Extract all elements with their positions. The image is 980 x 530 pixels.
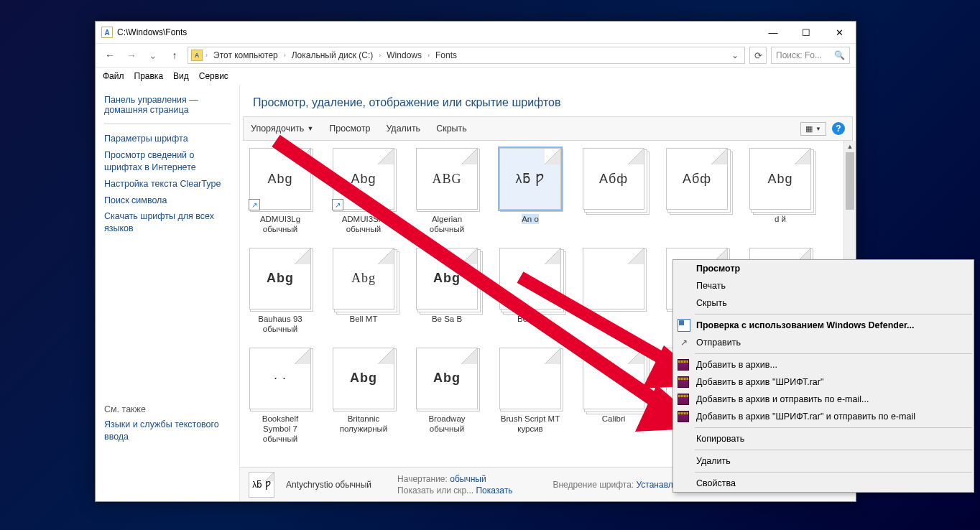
share-icon [678, 336, 690, 349]
menu-view[interactable]: Вид [173, 71, 189, 81]
minimize-button[interactable]: — [757, 22, 790, 43]
font-item[interactable]: Абф [581, 148, 647, 235]
view-options-button[interactable]: ▦ ▼ [800, 122, 826, 136]
context-menu-item[interactable]: Добавить в архив и отправить по e-mail..… [673, 391, 974, 408]
font-item[interactable]: Абф [664, 148, 730, 235]
search-input[interactable]: Поиск: Fo... 🔍 [771, 47, 850, 64]
breadcrumb[interactable]: Этот компьютер [211, 49, 281, 62]
context-menu-item[interactable]: Добавить в архив... [673, 356, 974, 373]
font-item[interactable]: AbgBritannic полужирный [330, 348, 397, 445]
font-item[interactable] [581, 248, 647, 335]
font-item[interactable]: AbgBell MT [330, 248, 397, 335]
breadcrumb[interactable]: Локальный диск (C:) [289, 49, 376, 62]
breadcrumb[interactable]: Windows [384, 49, 425, 62]
hide-button[interactable]: Скрыть [436, 124, 467, 134]
font-thumb: ABG [416, 148, 478, 210]
font-label: Bauhaus 93 обычный [247, 314, 313, 335]
font-item[interactable]: AbgBroadway обычный [414, 348, 480, 445]
menu-separator [695, 450, 972, 450]
context-menu-item[interactable]: Добавить в архив "ШРИФТ.rar" и отправить… [673, 408, 974, 425]
breadcrumb[interactable]: Fonts [433, 49, 460, 62]
font-label: Brush Script MT курсив [497, 414, 563, 434]
search-icon: 🔍 [834, 50, 845, 60]
window-title: C:\Windows\Fonts [117, 27, 187, 37]
refresh-button[interactable]: ⟳ [749, 47, 767, 64]
font-item[interactable]: Abg↗ADMUI3Lg обычный [247, 148, 313, 235]
font-thumb: Abg↗ [333, 148, 394, 210]
sidebar-link[interactable]: Языки и службы текстового ввода [104, 419, 231, 443]
font-item[interactable]: AbgBe Sa B [414, 248, 480, 335]
font-item[interactable]: λƃ ǷAn о [497, 148, 563, 235]
chevron-right-icon: › [427, 52, 430, 59]
context-menu: ПросмотрПечатьСкрытьПроверка с использов… [672, 259, 974, 493]
scroll-thumb[interactable] [846, 152, 854, 210]
font-thumb [583, 348, 644, 409]
font-thumb: Abg [416, 348, 478, 409]
sidebar: Панель управления — домашняя страница Па… [96, 85, 239, 501]
nav-recent-dropdown[interactable]: ⌄ [144, 47, 162, 64]
chevron-right-icon: › [379, 52, 381, 59]
context-menu-item[interactable]: Скрыть [673, 294, 974, 312]
context-menu-item[interactable]: Просмотр [673, 260, 974, 277]
font-label: Britannic полужирный [330, 414, 397, 434]
context-menu-item[interactable]: Отправить [673, 334, 974, 351]
font-label: Calibri [602, 414, 626, 424]
font-item[interactable]: Abgd й [747, 148, 813, 235]
menu-separator [695, 314, 972, 315]
explorer-window: A C:\Windows\Fonts — ☐ ✕ ← → ⌄ ↑ A › Это… [95, 21, 856, 502]
context-menu-item[interactable]: Проверка с использованием Windows Defend… [673, 317, 974, 334]
context-menu-item[interactable]: Свойства [673, 475, 974, 492]
font-label: Be упл [517, 314, 543, 324]
sidebar-link[interactable]: Поиск символа [104, 195, 231, 207]
window-icon: A [101, 27, 113, 38]
main-panel: Просмотр, удаление, отображение или скры… [239, 85, 856, 501]
font-item[interactable]: ABGAlgerian обычный [414, 148, 480, 235]
font-item[interactable]: Be упл [497, 248, 563, 335]
rar-icon [678, 411, 689, 422]
chevron-right-icon: › [205, 52, 208, 59]
font-thumb: Абф [666, 148, 728, 210]
scroll-up-icon[interactable]: ▲ [844, 141, 856, 152]
sidebar-link[interactable]: Настройка текста ClearType [104, 178, 231, 190]
see-also-header: См. также [104, 404, 231, 414]
address-bar[interactable]: A › Этот компьютер › Локальный диск (C:)… [188, 47, 745, 64]
preview-button[interactable]: Просмотр [329, 124, 370, 134]
sidebar-link[interactable]: Скачать шрифты для всех языков [104, 210, 231, 235]
sidebar-header[interactable]: Панель управления — домашняя страница [104, 95, 231, 115]
help-icon[interactable]: ? [832, 122, 845, 135]
menu-tools[interactable]: Сервис [199, 71, 228, 81]
organize-button[interactable]: Упорядочить ▼ [251, 124, 313, 134]
close-button[interactable]: ✕ [823, 22, 856, 43]
font-thumb: λƃ Ƿ [499, 148, 561, 210]
font-thumb [583, 248, 644, 310]
font-label: d й [775, 214, 786, 224]
context-menu-item[interactable]: Копировать [673, 430, 974, 447]
maximize-button[interactable]: ☐ [790, 22, 823, 43]
font-item[interactable]: Brush Script MT курсив [497, 348, 563, 445]
menu-file[interactable]: Файл [103, 71, 124, 81]
font-item[interactable]: · ·Bookshelf Symbol 7 обычный [247, 348, 313, 445]
sidebar-link[interactable]: Просмотр сведений о шрифтах в Интернете [104, 149, 231, 174]
context-menu-item[interactable]: Удалить [673, 452, 974, 470]
font-item[interactable]: Abg↗ADMUI3Sm обычный [330, 148, 397, 235]
font-thumb: Abg [749, 148, 811, 210]
font-thumb: Abg [416, 248, 478, 310]
search-placeholder: Поиск: Fo... [776, 50, 822, 60]
shortcut-icon: ↗ [332, 199, 343, 210]
nav-back-button[interactable]: ← [101, 47, 119, 64]
chevron-right-icon: › [284, 52, 286, 59]
sidebar-link[interactable]: Параметры шрифта [104, 133, 231, 145]
font-label: Broadway обычный [414, 414, 480, 434]
context-menu-item[interactable]: Добавить в архив "ШРИФТ.rar" [673, 373, 974, 391]
address-dropdown[interactable]: ⌄ [729, 50, 741, 60]
font-item[interactable]: AbgBauhaus 93 обычный [247, 248, 313, 335]
delete-button[interactable]: Удалить [386, 124, 420, 134]
shortcut-icon: ↗ [249, 199, 260, 210]
nav-up-button[interactable]: ↑ [166, 47, 183, 64]
menu-separator [695, 472, 972, 473]
font-item[interactable]: Calibri [581, 348, 647, 445]
context-menu-item[interactable]: Печать [673, 277, 974, 294]
nav-forward-button[interactable]: → [123, 47, 140, 64]
menu-edit[interactable]: Правка [134, 71, 164, 81]
font-thumb [499, 348, 561, 409]
